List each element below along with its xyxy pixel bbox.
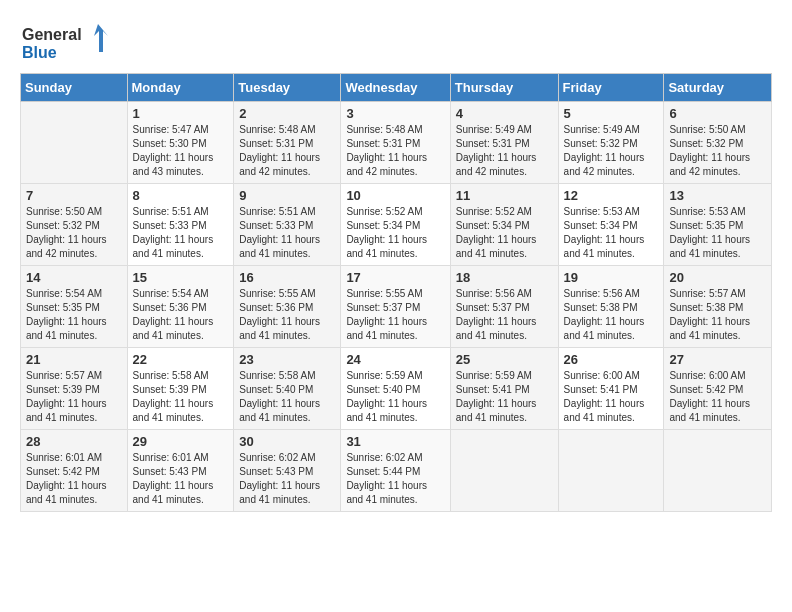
calendar-cell: 29 Sunrise: 6:01 AMSunset: 5:43 PMDaylig… — [127, 430, 234, 512]
day-number: 28 — [26, 434, 122, 449]
day-number: 20 — [669, 270, 766, 285]
day-number: 25 — [456, 352, 553, 367]
day-detail: Sunrise: 5:52 AMSunset: 5:34 PMDaylight:… — [456, 206, 537, 259]
day-number: 26 — [564, 352, 659, 367]
day-detail: Sunrise: 5:53 AMSunset: 5:35 PMDaylight:… — [669, 206, 750, 259]
calendar-cell: 16 Sunrise: 5:55 AMSunset: 5:36 PMDaylig… — [234, 266, 341, 348]
calendar-cell: 3 Sunrise: 5:48 AMSunset: 5:31 PMDayligh… — [341, 102, 450, 184]
calendar-cell: 28 Sunrise: 6:01 AMSunset: 5:42 PMDaylig… — [21, 430, 128, 512]
day-detail: Sunrise: 6:00 AMSunset: 5:41 PMDaylight:… — [564, 370, 645, 423]
column-header-saturday: Saturday — [664, 74, 772, 102]
logo-svg: General Blue — [20, 20, 120, 65]
day-number: 4 — [456, 106, 553, 121]
day-detail: Sunrise: 5:55 AMSunset: 5:36 PMDaylight:… — [239, 288, 320, 341]
day-detail: Sunrise: 6:02 AMSunset: 5:43 PMDaylight:… — [239, 452, 320, 505]
calendar-cell: 23 Sunrise: 5:58 AMSunset: 5:40 PMDaylig… — [234, 348, 341, 430]
column-header-wednesday: Wednesday — [341, 74, 450, 102]
calendar-cell — [558, 430, 664, 512]
day-detail: Sunrise: 6:01 AMSunset: 5:43 PMDaylight:… — [133, 452, 214, 505]
page-header: General Blue — [20, 20, 772, 65]
svg-text:Blue: Blue — [22, 44, 57, 61]
column-header-sunday: Sunday — [21, 74, 128, 102]
calendar-cell: 24 Sunrise: 5:59 AMSunset: 5:40 PMDaylig… — [341, 348, 450, 430]
day-detail: Sunrise: 6:02 AMSunset: 5:44 PMDaylight:… — [346, 452, 427, 505]
calendar-cell: 26 Sunrise: 6:00 AMSunset: 5:41 PMDaylig… — [558, 348, 664, 430]
day-number: 16 — [239, 270, 335, 285]
day-number: 12 — [564, 188, 659, 203]
calendar-cell: 11 Sunrise: 5:52 AMSunset: 5:34 PMDaylig… — [450, 184, 558, 266]
day-number: 13 — [669, 188, 766, 203]
day-detail: Sunrise: 5:54 AMSunset: 5:36 PMDaylight:… — [133, 288, 214, 341]
calendar-cell: 1 Sunrise: 5:47 AMSunset: 5:30 PMDayligh… — [127, 102, 234, 184]
week-row-3: 14 Sunrise: 5:54 AMSunset: 5:35 PMDaylig… — [21, 266, 772, 348]
day-detail: Sunrise: 5:48 AMSunset: 5:31 PMDaylight:… — [346, 124, 427, 177]
day-detail: Sunrise: 5:52 AMSunset: 5:34 PMDaylight:… — [346, 206, 427, 259]
calendar-cell: 9 Sunrise: 5:51 AMSunset: 5:33 PMDayligh… — [234, 184, 341, 266]
calendar-cell: 13 Sunrise: 5:53 AMSunset: 5:35 PMDaylig… — [664, 184, 772, 266]
day-number: 3 — [346, 106, 444, 121]
day-detail: Sunrise: 5:55 AMSunset: 5:37 PMDaylight:… — [346, 288, 427, 341]
calendar-cell: 31 Sunrise: 6:02 AMSunset: 5:44 PMDaylig… — [341, 430, 450, 512]
calendar-cell: 27 Sunrise: 6:00 AMSunset: 5:42 PMDaylig… — [664, 348, 772, 430]
calendar-cell: 15 Sunrise: 5:54 AMSunset: 5:36 PMDaylig… — [127, 266, 234, 348]
calendar-cell: 22 Sunrise: 5:58 AMSunset: 5:39 PMDaylig… — [127, 348, 234, 430]
column-header-thursday: Thursday — [450, 74, 558, 102]
day-detail: Sunrise: 5:51 AMSunset: 5:33 PMDaylight:… — [133, 206, 214, 259]
calendar-cell: 6 Sunrise: 5:50 AMSunset: 5:32 PMDayligh… — [664, 102, 772, 184]
calendar-cell: 12 Sunrise: 5:53 AMSunset: 5:34 PMDaylig… — [558, 184, 664, 266]
day-detail: Sunrise: 5:58 AMSunset: 5:39 PMDaylight:… — [133, 370, 214, 423]
day-detail: Sunrise: 5:48 AMSunset: 5:31 PMDaylight:… — [239, 124, 320, 177]
calendar-cell — [664, 430, 772, 512]
day-number: 24 — [346, 352, 444, 367]
svg-text:General: General — [22, 26, 82, 43]
day-number: 27 — [669, 352, 766, 367]
day-detail: Sunrise: 5:51 AMSunset: 5:33 PMDaylight:… — [239, 206, 320, 259]
header-row: SundayMondayTuesdayWednesdayThursdayFrid… — [21, 74, 772, 102]
day-number: 1 — [133, 106, 229, 121]
day-detail: Sunrise: 5:59 AMSunset: 5:40 PMDaylight:… — [346, 370, 427, 423]
day-detail: Sunrise: 5:54 AMSunset: 5:35 PMDaylight:… — [26, 288, 107, 341]
day-detail: Sunrise: 5:56 AMSunset: 5:37 PMDaylight:… — [456, 288, 537, 341]
day-number: 8 — [133, 188, 229, 203]
day-number: 5 — [564, 106, 659, 121]
day-number: 29 — [133, 434, 229, 449]
calendar-cell: 7 Sunrise: 5:50 AMSunset: 5:32 PMDayligh… — [21, 184, 128, 266]
week-row-5: 28 Sunrise: 6:01 AMSunset: 5:42 PMDaylig… — [21, 430, 772, 512]
column-header-monday: Monday — [127, 74, 234, 102]
day-number: 10 — [346, 188, 444, 203]
day-detail: Sunrise: 5:53 AMSunset: 5:34 PMDaylight:… — [564, 206, 645, 259]
day-detail: Sunrise: 5:56 AMSunset: 5:38 PMDaylight:… — [564, 288, 645, 341]
calendar-cell: 10 Sunrise: 5:52 AMSunset: 5:34 PMDaylig… — [341, 184, 450, 266]
calendar-cell: 21 Sunrise: 5:57 AMSunset: 5:39 PMDaylig… — [21, 348, 128, 430]
calendar-table: SundayMondayTuesdayWednesdayThursdayFrid… — [20, 73, 772, 512]
logo: General Blue — [20, 20, 120, 65]
calendar-cell: 8 Sunrise: 5:51 AMSunset: 5:33 PMDayligh… — [127, 184, 234, 266]
day-detail: Sunrise: 5:58 AMSunset: 5:40 PMDaylight:… — [239, 370, 320, 423]
calendar-cell: 5 Sunrise: 5:49 AMSunset: 5:32 PMDayligh… — [558, 102, 664, 184]
day-detail: Sunrise: 5:50 AMSunset: 5:32 PMDaylight:… — [26, 206, 107, 259]
column-header-tuesday: Tuesday — [234, 74, 341, 102]
day-number: 18 — [456, 270, 553, 285]
calendar-cell: 19 Sunrise: 5:56 AMSunset: 5:38 PMDaylig… — [558, 266, 664, 348]
week-row-2: 7 Sunrise: 5:50 AMSunset: 5:32 PMDayligh… — [21, 184, 772, 266]
calendar-cell: 4 Sunrise: 5:49 AMSunset: 5:31 PMDayligh… — [450, 102, 558, 184]
day-number: 11 — [456, 188, 553, 203]
day-number: 31 — [346, 434, 444, 449]
day-number: 22 — [133, 352, 229, 367]
day-detail: Sunrise: 5:59 AMSunset: 5:41 PMDaylight:… — [456, 370, 537, 423]
calendar-cell: 17 Sunrise: 5:55 AMSunset: 5:37 PMDaylig… — [341, 266, 450, 348]
day-number: 23 — [239, 352, 335, 367]
day-number: 30 — [239, 434, 335, 449]
day-detail: Sunrise: 6:00 AMSunset: 5:42 PMDaylight:… — [669, 370, 750, 423]
calendar-cell: 20 Sunrise: 5:57 AMSunset: 5:38 PMDaylig… — [664, 266, 772, 348]
calendar-cell: 30 Sunrise: 6:02 AMSunset: 5:43 PMDaylig… — [234, 430, 341, 512]
day-number: 6 — [669, 106, 766, 121]
day-number: 7 — [26, 188, 122, 203]
day-number: 17 — [346, 270, 444, 285]
day-number: 2 — [239, 106, 335, 121]
day-detail: Sunrise: 5:57 AMSunset: 5:38 PMDaylight:… — [669, 288, 750, 341]
day-number: 19 — [564, 270, 659, 285]
day-number: 15 — [133, 270, 229, 285]
day-detail: Sunrise: 5:57 AMSunset: 5:39 PMDaylight:… — [26, 370, 107, 423]
week-row-1: 1 Sunrise: 5:47 AMSunset: 5:30 PMDayligh… — [21, 102, 772, 184]
